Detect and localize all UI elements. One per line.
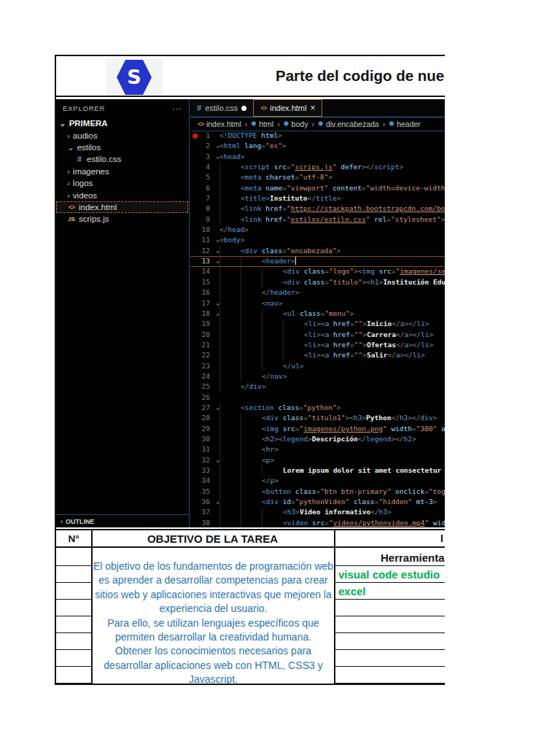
tree-item-index-html[interactable]: index.html [56, 201, 188, 213]
indent-guide [219, 455, 241, 465]
gutter[interactable]: 11 [190, 235, 219, 245]
breadcrumb-item-index-html[interactable]: index.html [198, 120, 241, 128]
fold-chevron-icon[interactable] [216, 152, 219, 162]
gutter[interactable]: 13 [190, 256, 219, 266]
indent-guide [262, 330, 283, 340]
breadcrumb-label: div.encabezada [326, 120, 379, 128]
token: h3 [379, 508, 387, 516]
breadcrumb-item-header[interactable]: header [389, 120, 421, 128]
gutter[interactable]: 5 [190, 172, 219, 182]
code-text: <div class="titulo"><h1>Institución Educ… [219, 277, 445, 287]
gutter[interactable]: 6 [190, 183, 219, 193]
more-actions-icon[interactable] [172, 104, 182, 113]
gutter[interactable]: 14 [190, 266, 219, 276]
gutter[interactable]: 30 [190, 434, 219, 444]
gutter[interactable]: 2 [190, 141, 219, 151]
gutter[interactable]: 17 [190, 298, 219, 309]
tree-item-imagenes[interactable]: imagenes [56, 166, 188, 177]
gutter[interactable]: 3 [190, 152, 219, 162]
code-area[interactable]: 1<!DOCTYPE html>2<html lang="es">3<head>… [190, 131, 445, 527]
gutter[interactable]: 37 [190, 507, 219, 517]
line-number: 7 [206, 193, 210, 204]
fold-chevron-icon[interactable] [216, 256, 219, 266]
gutter[interactable]: 4 [190, 162, 219, 172]
indent-guide [241, 476, 262, 486]
breadcrumb-item-div-encabezada[interactable]: div.encabezada [318, 120, 379, 128]
tree-item-audios[interactable]: audios [56, 129, 188, 141]
gutter[interactable]: 28 [190, 413, 219, 423]
tab-index-html[interactable]: index.html [253, 99, 322, 117]
modified-dot-icon[interactable] [241, 106, 246, 111]
line-number: 29 [202, 424, 210, 434]
gutter[interactable]: 19 [190, 319, 219, 329]
token: href [329, 341, 350, 349]
gutter[interactable]: 1 [190, 131, 219, 141]
gutter[interactable]: 34 [190, 476, 219, 486]
fold-chevron-icon[interactable] [216, 141, 219, 151]
tree-item-scrips-js[interactable]: scrips.js [56, 213, 188, 225]
gutter[interactable]: 38 [190, 518, 219, 527]
fold-chevron-icon[interactable] [216, 497, 219, 507]
fold-chevron-icon[interactable] [216, 235, 219, 245]
tree-root-primera[interactable]: PRIMERA [56, 117, 188, 129]
gutter[interactable]: 12 [190, 246, 219, 256]
gutter[interactable]: 7 [190, 193, 219, 204]
number-cell [56, 667, 91, 684]
tab-estilo-css[interactable]: estilo.css [190, 99, 253, 117]
line-number: 26 [202, 392, 210, 403]
token: class [300, 278, 324, 286]
gutter[interactable]: 8 [190, 204, 219, 214]
fold-chevron-icon[interactable] [216, 246, 219, 256]
tree-item-videos[interactable]: videos [56, 189, 188, 201]
fold-chevron-icon[interactable] [216, 298, 219, 309]
gutter[interactable]: 32 [190, 455, 219, 465]
token: src [279, 425, 295, 433]
token: rel [370, 215, 386, 223]
gutter[interactable]: 23 [190, 361, 219, 371]
token: html [257, 131, 279, 139]
gutter[interactable]: 10 [190, 225, 219, 235]
token: h3 [287, 508, 295, 516]
gutter[interactable]: 21 [190, 340, 219, 350]
fold-chevron-icon[interactable] [216, 403, 219, 413]
fold-chevron-icon[interactable] [216, 455, 219, 465]
column-header-number: N° [56, 533, 91, 544]
tree-item-estilos[interactable]: estilos [56, 142, 188, 153]
gutter[interactable]: 9 [190, 214, 219, 225]
gutter[interactable]: 18 [190, 309, 219, 319]
tree-item-estilo-css[interactable]: estilo.css [56, 153, 188, 165]
close-icon[interactable] [310, 103, 315, 113]
token: h1 [370, 278, 378, 286]
line-number: 32 [202, 455, 210, 465]
gutter[interactable]: 16 [190, 287, 219, 298]
token: > [441, 215, 445, 223]
breadcrumb-item-body[interactable]: body [284, 120, 308, 128]
breakpoint-icon[interactable] [192, 133, 198, 139]
gutter[interactable]: 25 [190, 382, 219, 392]
code-line-26: 26 [190, 392, 445, 403]
gutter[interactable]: 33 [190, 465, 219, 476]
token: >< [345, 414, 353, 422]
token: </ [308, 194, 316, 202]
gutter[interactable]: 35 [190, 487, 219, 497]
token: nav [266, 299, 279, 307]
gutter[interactable]: 29 [190, 424, 219, 434]
tools-cell [335, 616, 445, 633]
code-text: <h2><legend>Descripción</legend></h2> [219, 434, 416, 444]
number-cell [56, 600, 91, 616]
gutter[interactable]: 24 [190, 371, 219, 382]
gutter[interactable]: 27 [190, 403, 219, 413]
gutter[interactable]: 26 [190, 392, 219, 403]
gutter[interactable]: 15 [190, 277, 219, 287]
gutter[interactable]: 36 [190, 497, 219, 507]
gutter[interactable]: 31 [190, 444, 219, 454]
outline-section[interactable]: OUTLINE [56, 514, 189, 527]
gutter[interactable]: 22 [190, 350, 219, 360]
fold-chevron-icon[interactable] [216, 309, 219, 319]
tree-item-logos[interactable]: logos [56, 177, 188, 189]
gutter[interactable]: 20 [190, 330, 219, 340]
indent-guide [283, 350, 304, 360]
code-text: <hr> [219, 444, 279, 454]
breadcrumb-item-html[interactable]: html [251, 120, 273, 128]
token: body [224, 236, 241, 244]
